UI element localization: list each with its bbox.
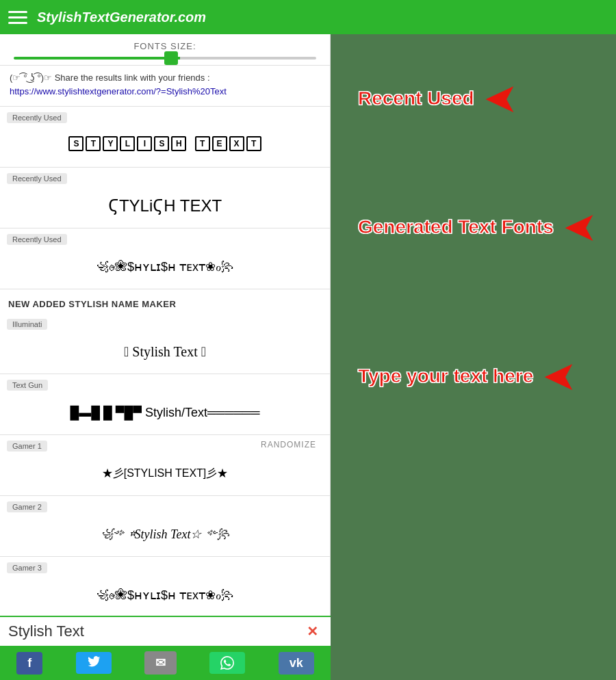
font-preview-gamer3[interactable]: ꧁ℴ❀$ʜʏʟɪ$ʜ ᴛᴇxᴛ❀ℴ꧂: [0, 576, 330, 617]
font-item-recently1: Recently Used STYLISH TEXT: [0, 107, 330, 168]
font-size-label: FONTS SIZE:: [14, 41, 316, 51]
whatsapp-button[interactable]: [209, 652, 245, 674]
gamer3-text: ꧁ℴ❀$ʜʏʟɪ$ʜ ᴛᴇxᴛ❀ℴ꧂: [97, 588, 233, 603]
boxed-text-display: STYLISH TEXT: [68, 136, 261, 154]
font-badge-3: Recently Used: [7, 234, 67, 245]
font-preview-recently2[interactable]: ϚTYLiϚH TEXT: [0, 187, 330, 228]
annotation-generated-text: Generated Text Fonts: [358, 216, 554, 238]
facebook-button[interactable]: f: [16, 652, 42, 675]
recently3-text: ꧁ℴ❀$ʜʏʟɪ$ʜ ᴛᴇxᴛ❀ℴ꧂: [97, 259, 233, 274]
font-badge-textgun: Text Gun: [7, 380, 48, 391]
font-badge: Recently Used: [7, 112, 67, 123]
font-item-illuminati: Illuminati 𓂀 Stylish Text 𓂀: [0, 313, 330, 374]
font-size-slider[interactable]: [14, 57, 316, 60]
annotation-type-text: Type your text here ➤: [358, 360, 577, 393]
recently2-text: ϚTYLiϚH TEXT: [108, 196, 222, 215]
slider-thumb[interactable]: [164, 51, 178, 65]
twitter-button[interactable]: [76, 652, 112, 674]
right-panel: Recent Used ➤ Generated Text Fonts ➤ Typ…: [331, 34, 616, 680]
font-item-textgun: Text Gun █▬█ █ ▀█▀ Stylish/Text══════: [0, 374, 330, 435]
font-badge-illuminati: Illuminati: [7, 319, 47, 330]
randomize-button[interactable]: RANDOMIZE: [254, 437, 323, 452]
font-preview-recently3[interactable]: ꧁ℴ❀$ʜʏʟɪ$ʜ ᴛᴇxᴛ❀ℴ꧂: [0, 248, 330, 289]
hamburger-menu[interactable]: [8, 11, 27, 24]
social-bar: f ✉ vk: [0, 646, 331, 680]
font-badge-gamer1: Gamer 1: [7, 441, 47, 452]
annotation-type-text-label: Type your text here: [358, 365, 533, 387]
share-text: Share the results link with your friends…: [55, 73, 210, 83]
site-title: StylishTextGenerator.com: [37, 10, 206, 25]
font-item-recently3: Recently Used ꧁ℴ❀$ʜʏʟɪ$ʜ ᴛᴇxᴛ❀ℴ꧂: [0, 228, 330, 289]
font-badge-gamer3: Gamer 3: [7, 562, 47, 573]
input-bar: ✕: [0, 616, 331, 646]
arrow-icon-3: ➤: [543, 360, 577, 393]
left-panel: FONTS SIZE: (☞ ͡° ͜ʖ ͡°)☞ Share the resu…: [0, 34, 331, 680]
gamer1-text: ★彡[STYLISH TEXT]彡★: [102, 467, 229, 481]
email-button[interactable]: ✉: [144, 651, 177, 675]
font-item-gamer2: Gamer 2 ꧁༺ ☆Stylish Text☆ ༻꧂: [0, 496, 330, 557]
font-preview-gamer1[interactable]: ★彡[STYLISH TEXT]彡★: [0, 454, 330, 495]
font-item-gamer1: Gamer 1 RANDOMIZE ★彡[STYLISH TEXT]彡★: [0, 435, 330, 496]
vk-button[interactable]: vk: [279, 652, 314, 675]
gamer2-text: ꧁༺ ☆Stylish Text☆ ༻꧂: [101, 527, 229, 542]
annotation-recent-used: Recent Used ➤: [358, 82, 518, 115]
share-bar: (☞ ͡° ͜ʖ ͡°)☞ Share the results link wit…: [0, 66, 330, 107]
app-header: StylishTextGenerator.com: [0, 0, 616, 34]
font-size-slider-container: [14, 57, 316, 60]
font-badge-gamer2: Gamer 2: [7, 501, 47, 512]
font-item-recently2: Recently Used ϚTYLiϚH TEXT: [0, 168, 330, 228]
share-emoji: (☞ ͡° ͜ʖ ͡°)☞: [10, 73, 55, 83]
font-preview-textgun[interactable]: █▬█ █ ▀█▀ Stylish/Text══════: [0, 393, 330, 434]
arrow-icon-2: ➤: [563, 211, 598, 244]
font-preview-illuminati[interactable]: 𓂀 Stylish Text 𓂀: [0, 332, 330, 374]
textgun-text: █▬█ █ ▀█▀ Stylish/Text══════: [70, 406, 259, 420]
illuminati-text: 𓂀 Stylish Text 𓂀: [124, 344, 206, 360]
font-preview-recently1[interactable]: STYLISH TEXT: [0, 126, 330, 167]
font-badge-2: Recently Used: [7, 173, 67, 184]
annotation-recent-used-text: Recent Used: [358, 88, 474, 109]
font-item-gamer3: Gamer 3 ꧁ℴ❀$ʜʏʟɪ$ʜ ᴛᴇxᴛ❀ℴ꧂: [0, 557, 330, 618]
new-added-header: NEW ADDED STYLISH NAME MAKER: [0, 289, 330, 313]
annotation-generated: Generated Text Fonts ➤: [358, 211, 598, 244]
arrow-icon-1: ➤: [484, 82, 518, 115]
font-preview-gamer2[interactable]: ꧁༺ ☆Stylish Text☆ ༻꧂: [0, 515, 330, 556]
clear-button[interactable]: ✕: [303, 623, 322, 640]
font-size-section: FONTS SIZE:: [0, 34, 330, 66]
share-link[interactable]: https://www.stylishtextgenerator.com/?=S…: [10, 86, 227, 96]
text-input[interactable]: [8, 623, 303, 640]
